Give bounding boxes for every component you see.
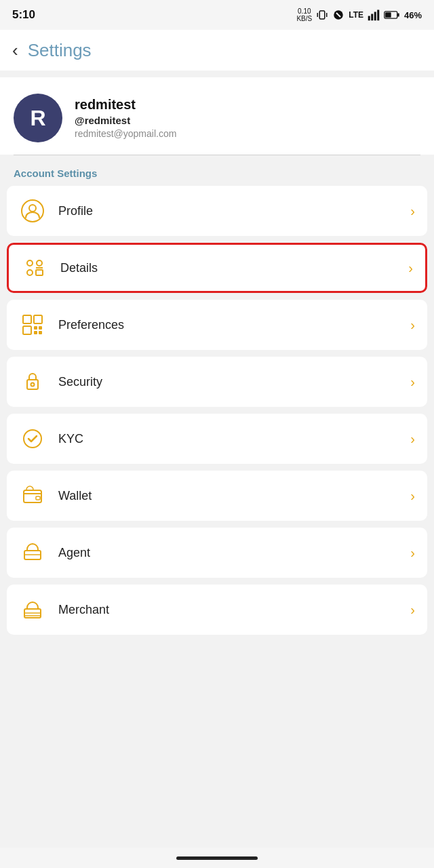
menu-item-details[interactable]: Details ›	[7, 243, 427, 293]
details-chevron: ›	[408, 260, 413, 276]
svg-rect-8	[397, 13, 399, 16]
svg-point-26	[24, 430, 41, 448]
profile-label: Profile	[58, 204, 398, 218]
details-icon	[21, 254, 48, 281]
svg-point-14	[27, 270, 33, 275]
svg-rect-6	[377, 10, 379, 21]
preferences-chevron: ›	[410, 317, 415, 333]
profile-icon	[19, 197, 46, 224]
merchant-label: Merchant	[58, 603, 398, 617]
svg-rect-23	[39, 331, 42, 334]
menu-item-kyc[interactable]: KYC ›	[7, 414, 427, 464]
svg-rect-9	[385, 12, 391, 18]
svg-point-12	[27, 260, 33, 266]
bottom-nav-bar	[0, 848, 434, 868]
kyc-chevron: ›	[410, 431, 415, 447]
vibrate-icon	[316, 9, 328, 21]
section-label: Account Settings	[0, 155, 434, 186]
data-speed: 0.10 KB/S	[296, 7, 312, 22]
details-label: Details	[60, 261, 396, 275]
menu-item-profile[interactable]: Profile ›	[7, 186, 427, 236]
menu-item-security[interactable]: Security ›	[7, 357, 427, 407]
menu-item-wallet[interactable]: Wallet ›	[7, 471, 427, 521]
security-chevron: ›	[410, 374, 415, 390]
profile-chevron: ›	[410, 203, 415, 219]
battery-percent: 46%	[404, 10, 422, 20]
svg-point-13	[37, 260, 42, 266]
lte-icon: LTE	[349, 10, 363, 20]
svg-rect-4	[371, 14, 373, 21]
kyc-icon	[19, 425, 46, 452]
security-icon	[19, 368, 46, 395]
menu-item-agent[interactable]: Agent ›	[7, 528, 427, 578]
menu-item-merchant[interactable]: Merchant ›	[7, 585, 427, 635]
avatar: R	[14, 94, 62, 142]
svg-rect-5	[374, 12, 376, 21]
signal-icon	[368, 9, 380, 21]
profile-info: redmitest @redmitest redmitest@yopmail.c…	[75, 97, 176, 139]
agent-label: Agent	[58, 546, 398, 560]
profile-handle: @redmitest	[75, 115, 176, 126]
svg-rect-22	[34, 331, 37, 334]
svg-rect-28	[36, 496, 40, 500]
security-label: Security	[58, 375, 398, 389]
svg-rect-0	[319, 11, 325, 19]
profile-email: redmitest@yopmail.com	[75, 128, 176, 139]
agent-chevron: ›	[410, 545, 415, 561]
svg-rect-24	[27, 380, 38, 389]
profile-name: redmitest	[75, 97, 176, 113]
agent-icon	[19, 539, 46, 566]
preferences-icon	[19, 311, 46, 338]
wallet-label: Wallet	[58, 489, 398, 503]
status-time: 5:10	[12, 8, 35, 22]
menu-item-preferences[interactable]: Preferences ›	[7, 300, 427, 350]
svg-rect-21	[39, 326, 42, 330]
merchant-icon	[19, 596, 46, 623]
merchant-chevron: ›	[410, 602, 415, 618]
kyc-label: KYC	[58, 432, 398, 446]
back-button[interactable]: ‹	[12, 41, 18, 59]
menu-list: Profile › Details ›	[0, 186, 434, 635]
svg-rect-18	[34, 315, 42, 323]
svg-rect-19	[23, 326, 31, 334]
page-title: Settings	[28, 40, 92, 61]
preferences-label: Preferences	[58, 318, 398, 332]
svg-point-11	[29, 205, 36, 212]
svg-rect-20	[34, 326, 37, 330]
profile-card: R redmitest @redmitest redmitest@yopmail…	[0, 77, 434, 155]
battery-icon	[384, 9, 400, 21]
home-indicator	[176, 856, 258, 860]
mute-icon	[332, 9, 344, 21]
wallet-icon	[19, 482, 46, 509]
svg-point-25	[31, 383, 35, 387]
wallet-chevron: ›	[410, 488, 415, 504]
status-icons: 0.10 KB/S LTE 46%	[296, 7, 422, 22]
svg-rect-15	[36, 270, 43, 275]
header: ‹ Settings	[0, 30, 434, 71]
svg-rect-3	[368, 16, 370, 21]
svg-rect-17	[23, 315, 31, 323]
status-bar: 5:10 0.10 KB/S LTE 46%	[0, 0, 434, 30]
